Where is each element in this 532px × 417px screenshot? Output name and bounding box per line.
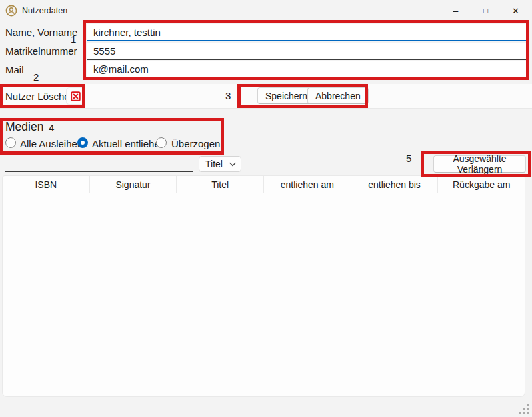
col-signatur[interactable]: Signatur (90, 176, 177, 193)
annotation-number-2: 2 (33, 71, 39, 83)
cancel-button[interactable]: Abbrechen (307, 87, 369, 104)
matrikelnummer-label: Matrikelnummer (5, 45, 77, 57)
media-table-body (3, 193, 525, 396)
col-entliehen-bis[interactable]: entliehen bis (351, 176, 439, 193)
radio-alle-ausleihen[interactable] (5, 137, 16, 148)
extend-selected-button[interactable]: Ausgewählte Verlängern (433, 155, 526, 173)
delete-user-label: Nutzer Löschen (5, 84, 75, 109)
annotation-number-4: 4 (49, 122, 54, 133)
title-bar: Nutzerdaten – □ ✕ (0, 0, 532, 21)
radio-ueberzogen[interactable] (156, 137, 167, 148)
col-titel[interactable]: Titel (177, 176, 264, 193)
nutzerdaten-window: Nutzerdaten – □ ✕ Name, Vorname Matrikel… (0, 0, 532, 417)
medien-section-title: Medien (5, 120, 43, 134)
user-account-icon (5, 5, 17, 17)
matrikelnummer-input[interactable] (87, 43, 527, 60)
col-rueckgabe-am[interactable]: Rückgabe am (438, 176, 525, 193)
mail-label: Mail (5, 64, 24, 75)
annotation-number-1: 1 (71, 33, 76, 45)
radio-aktuell-entliehen-label: Aktuell entliehen (92, 138, 165, 149)
search-field-selected: Titel (205, 159, 223, 169)
annotation-number-3: 3 (225, 90, 231, 101)
delete-x-icon (71, 91, 81, 101)
maximize-button[interactable]: □ (471, 0, 501, 21)
radio-ueberzogen-label: Überzogen (171, 138, 220, 149)
media-table: ISBN Signatur Titel entliehen am entlieh… (2, 175, 525, 397)
chevron-down-icon (229, 162, 236, 167)
window-title: Nutzerdaten (22, 0, 67, 21)
radio-aktuell-entliehen[interactable] (77, 137, 88, 148)
annotation-number-5: 5 (406, 153, 411, 164)
toolbar-strip: Nutzer Löschen Speichern Abbrechen (0, 84, 532, 109)
media-search-input[interactable] (5, 156, 193, 172)
search-field-dropdown[interactable]: Titel (199, 156, 241, 172)
delete-user-button[interactable] (66, 87, 85, 105)
media-table-header: ISBN Signatur Titel entliehen am entlieh… (3, 176, 525, 193)
radio-alle-ausleihen-label: Alle Ausleihen (20, 138, 83, 149)
minimize-button[interactable]: – (441, 0, 471, 21)
col-entliehen-am[interactable]: entliehen am (264, 176, 351, 193)
save-button[interactable]: Speichern (257, 87, 315, 104)
name-input[interactable] (87, 24, 527, 41)
name-label: Name, Vorname (5, 27, 77, 38)
close-button[interactable]: ✕ (501, 0, 531, 21)
mail-input[interactable] (87, 61, 527, 78)
resize-grip-icon[interactable] (518, 403, 530, 415)
col-isbn[interactable]: ISBN (3, 176, 90, 193)
